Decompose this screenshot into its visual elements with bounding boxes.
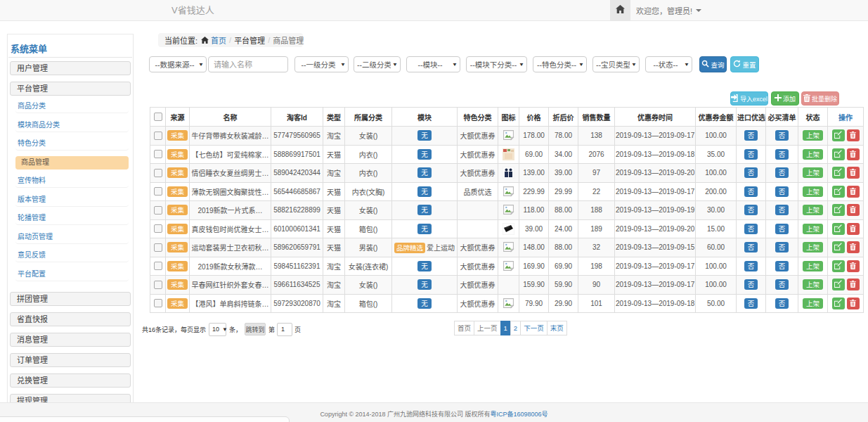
edit-button[interactable]: [832, 186, 845, 198]
sidebar-item-active[interactable]: 商品管理: [15, 156, 129, 170]
column-header: 销售数量: [578, 108, 615, 127]
corner-widget: [0, 416, 290, 422]
broken-image-icon: [503, 299, 514, 307]
row-checkbox[interactable]: [154, 150, 162, 158]
cell-tbk-id: 589042420344: [271, 164, 323, 183]
pager-button[interactable]: 末页: [547, 321, 567, 335]
delete-button[interactable]: [847, 241, 860, 253]
filter-select[interactable]: --特色分类--▼: [533, 56, 587, 72]
delete-button[interactable]: [847, 279, 860, 290]
sidebar-item[interactable]: 特色分类: [15, 137, 129, 151]
pager-button[interactable]: 下一页: [520, 321, 548, 335]
sidebar-group[interactable]: 拼团管理: [10, 292, 131, 306]
cell-status: 上架: [798, 182, 828, 201]
edit-button[interactable]: [832, 223, 845, 235]
reset-button[interactable]: 重置: [730, 56, 759, 72]
sidebar-group[interactable]: 省直快报: [10, 312, 131, 326]
filter-select[interactable]: --二级分类--▼: [354, 56, 401, 72]
cell-discount-price: 39.00: [549, 164, 578, 183]
icp-link[interactable]: 粤ICP备16098006号: [491, 411, 548, 418]
batch-delete-button[interactable]: 批量删除: [801, 91, 839, 106]
delete-button[interactable]: [847, 223, 860, 235]
sidebar-item[interactable]: 版本管理: [15, 193, 129, 207]
navbar-home-button[interactable]: [610, 0, 630, 20]
status-badge: 上架: [803, 279, 823, 290]
edit-button[interactable]: [832, 241, 845, 253]
cell-imported: 否: [737, 257, 766, 276]
jump-button[interactable]: 跳转到: [245, 323, 266, 335]
pager-button[interactable]: 2: [510, 321, 521, 335]
filter-select[interactable]: --状态--▼: [645, 56, 692, 72]
sidebar-item[interactable]: 模块商品分类: [15, 119, 129, 132]
sidebar-group[interactable]: 订单管理: [10, 353, 131, 367]
row-checkbox[interactable]: [154, 299, 162, 307]
app-brand[interactable]: V省钱达人: [171, 0, 214, 20]
row-checkbox[interactable]: [154, 169, 162, 177]
cell-category: 箱包(): [345, 294, 392, 313]
sidebar-item[interactable]: 启动页管理: [15, 231, 129, 244]
cell-icon: [498, 219, 519, 238]
edit-button[interactable]: [832, 167, 845, 179]
cell-feature: 大额优惠券: [458, 145, 498, 164]
user-menu[interactable]: 欢迎您，管理员!: [636, 0, 701, 20]
row-checkbox[interactable]: [154, 243, 162, 252]
pager-button[interactable]: 上一页: [474, 321, 501, 335]
sidebar-item[interactable]: 意见反馈: [15, 249, 129, 262]
sidebar-item[interactable]: 轮播管理: [15, 212, 129, 225]
cell-must-buy: 否: [766, 164, 798, 183]
edit-button[interactable]: [832, 204, 845, 216]
edit-button[interactable]: [832, 148, 845, 160]
row-checkbox[interactable]: [154, 187, 162, 196]
row-checkbox[interactable]: [154, 224, 162, 233]
cell-feature: 品质优选: [458, 182, 498, 201]
row-checkbox[interactable]: [154, 132, 162, 140]
sidebar-item[interactable]: 平台配置: [15, 268, 129, 281]
delete-button[interactable]: [847, 148, 860, 160]
filter-select[interactable]: --模块下分类--▼: [466, 56, 527, 72]
sidebar-item[interactable]: 宣传物料: [15, 174, 129, 188]
pager-button[interactable]: 首页: [454, 321, 474, 335]
delete-button[interactable]: [847, 129, 860, 141]
select-all-checkbox[interactable]: [154, 113, 162, 121]
breadcrumb-home-link[interactable]: 首页: [211, 34, 226, 46]
row-checkbox[interactable]: [154, 206, 162, 215]
cell-must-buy: 否: [766, 219, 798, 238]
pager-page-active[interactable]: 1: [500, 321, 511, 335]
delete-button[interactable]: [847, 260, 860, 272]
sidebar-title: 系统菜单: [8, 34, 132, 58]
row-checkbox[interactable]: [154, 262, 162, 270]
page-size-select[interactable]: 10 ▼: [209, 323, 226, 336]
trash-icon: [850, 261, 856, 271]
import-excel-button[interactable]: 导入excel: [730, 91, 768, 106]
name-search-input[interactable]: [208, 56, 288, 72]
edit-button[interactable]: [832, 279, 845, 290]
row-checkbox[interactable]: [154, 281, 162, 289]
delete-button[interactable]: [847, 186, 860, 198]
delete-button[interactable]: [847, 167, 860, 179]
cell-source: 采集: [166, 276, 190, 295]
search-button[interactable]: 查询: [699, 56, 727, 72]
delete-button[interactable]: [847, 204, 860, 216]
delete-button[interactable]: [847, 298, 860, 309]
source-badge: 采集: [167, 279, 188, 290]
sidebar-group[interactable]: 兑换管理: [10, 373, 131, 388]
cell-coupon-time: 2019-09-13—2019-09-17: [615, 276, 696, 295]
table-row: 采集2019新款一片式系…588216228899天猫女装()无118.0088…: [150, 201, 864, 220]
edit-button[interactable]: [832, 298, 845, 309]
filter-select[interactable]: --一级分类▼: [294, 56, 349, 72]
imported-badge: 否: [744, 224, 758, 234]
table-row: 采集薄款无钢圈文胸聚拢性…565446685867天猫内衣(文胸)无品质优选22…: [150, 182, 864, 201]
edit-button[interactable]: [832, 129, 845, 141]
jump-page-input[interactable]: [277, 323, 292, 336]
filter-select[interactable]: --模块--▼: [406, 56, 460, 72]
sidebar-group[interactable]: 用户管理: [10, 61, 131, 75]
add-button[interactable]: 添加: [771, 91, 799, 106]
filter-select[interactable]: --数据来源--▼: [149, 56, 207, 72]
cell-sales: 101: [578, 294, 615, 313]
source-badge: 采集: [167, 130, 188, 141]
edit-button[interactable]: [832, 260, 845, 272]
cell-icon: [498, 294, 519, 313]
sidebar-group[interactable]: 消息管理: [10, 333, 131, 347]
caret-down-icon: ▼: [392, 61, 398, 67]
filter-select[interactable]: --宝贝类型--▼: [592, 56, 640, 72]
